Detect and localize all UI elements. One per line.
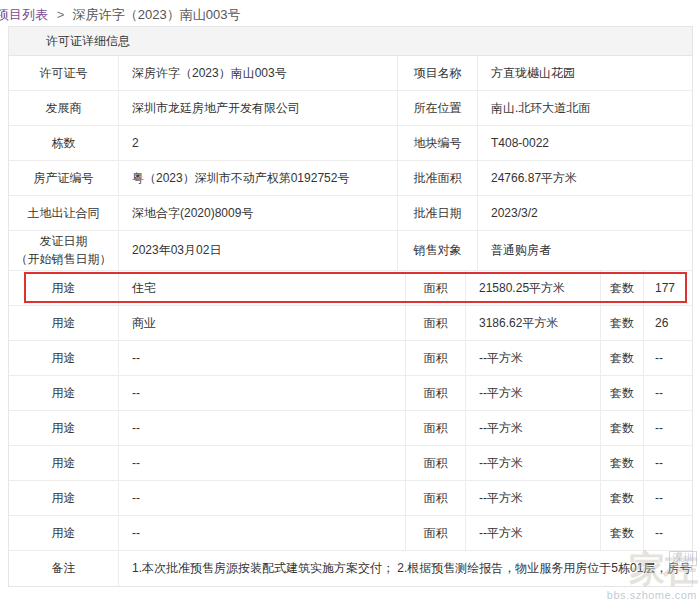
table-row-usage-empty: 用途 -- 面积 --平方米 套数 --: [9, 411, 692, 446]
units-value: --: [644, 516, 692, 550]
area-value: --平方米: [466, 376, 601, 410]
units-label: 套数: [601, 516, 644, 550]
usage-value: --: [119, 516, 406, 550]
breadcrumb-separator: >: [57, 7, 65, 22]
field-value: 粤（2023）深圳市不动产权第0192752号: [119, 161, 398, 195]
breadcrumb: 项目列表 > 深房许字（2023）南山003号: [0, 6, 240, 24]
table-row-usage-empty: 用途 -- 面积 --平方米 套数 --: [9, 446, 692, 481]
area-value: 21580.25平方米: [466, 271, 601, 305]
area-label: 面积: [406, 411, 466, 445]
permit-detail-panel: 许可证详细信息 许可证号 深房许字（2023）南山003号 项目名称 方直珑樾山…: [8, 26, 693, 587]
field-label: 栋数: [9, 126, 119, 160]
watermark-url: bbs.szhome.com: [585, 590, 697, 601]
usage-value: --: [119, 341, 406, 375]
field-label: 批准日期: [398, 196, 478, 230]
field-label: 土地出让合同: [9, 196, 119, 230]
area-label: 面积: [406, 446, 466, 480]
field-value: 深圳市龙廷房地产开发有限公司: [119, 91, 398, 125]
field-value: 普通购房者: [478, 231, 692, 270]
table-row-usage-residential: 用途 住宅 面积 21580.25平方米 套数 177: [9, 271, 692, 306]
table-row-usage-empty: 用途 -- 面积 --平方米 套数 --: [9, 481, 692, 516]
table-row-issue-date: 发证日期 （开始销售日期） 2023年03月02日 销售对象 普通购房者: [9, 231, 692, 271]
units-label: 套数: [601, 341, 644, 375]
area-value: --平方米: [466, 341, 601, 375]
units-value: --: [644, 446, 692, 480]
table-row-usage-empty: 用途 -- 面积 --平方米 套数 --: [9, 341, 692, 376]
area-value: --平方米: [466, 516, 601, 550]
field-label: 项目名称: [398, 56, 478, 90]
usage-value: 商业: [119, 306, 406, 340]
field-label: 用途: [9, 516, 119, 550]
units-label: 套数: [601, 376, 644, 410]
units-value: --: [644, 481, 692, 515]
usage-value: --: [119, 446, 406, 480]
field-label: 用途: [9, 271, 119, 305]
usage-value: --: [119, 376, 406, 410]
usage-value: --: [119, 411, 406, 445]
area-label: 面积: [406, 306, 466, 340]
table-row-usage-empty: 用途 -- 面积 --平方米 套数 --: [9, 376, 692, 411]
field-label: 用途: [9, 481, 119, 515]
area-value: --平方米: [466, 446, 601, 480]
field-value: 2: [119, 126, 398, 160]
table-row-remark: 备注 1.本次批准预售房源按装配式建筑实施方案交付； 2.根据预售测绘报告，物业…: [9, 551, 692, 586]
field-label: 地块编号: [398, 126, 478, 160]
field-value: 深房许字（2023）南山003号: [119, 56, 398, 90]
remark-text: 1.本次批准预售房源按装配式建筑实施方案交付； 2.根据预售测绘报告，物业服务用…: [119, 551, 692, 586]
field-label: 所在位置: [398, 91, 478, 125]
field-label: 发证日期 （开始销售日期）: [9, 231, 119, 270]
field-value: T408-0022: [478, 126, 692, 160]
breadcrumb-current-page: 深房许字（2023）南山003号: [73, 7, 241, 22]
field-label: 许可证号: [9, 56, 119, 90]
field-value: 2023年03月02日: [119, 231, 398, 270]
field-label: 备注: [9, 551, 119, 586]
panel-title: 许可证详细信息: [9, 27, 692, 56]
area-label: 面积: [406, 516, 466, 550]
usage-value: 住宅: [119, 271, 406, 305]
units-value: --: [644, 411, 692, 445]
field-label: 用途: [9, 446, 119, 480]
units-label: 套数: [601, 411, 644, 445]
area-label: 面积: [406, 376, 466, 410]
units-label: 套数: [601, 481, 644, 515]
units-label: 套数: [601, 306, 644, 340]
table-row-developer: 发展商 深圳市龙廷房地产开发有限公司 所在位置 南山.北环大道北面: [9, 91, 692, 126]
table-row-building-count: 栋数 2 地块编号 T408-0022: [9, 126, 692, 161]
field-value: 深地合字(2020)8009号: [119, 196, 398, 230]
field-label: 房产证编号: [9, 161, 119, 195]
field-label: 销售对象: [398, 231, 478, 270]
field-label-line1: 发证日期: [16, 233, 112, 250]
field-value: 2023/3/2: [478, 196, 692, 230]
area-value: 3186.62平方米: [466, 306, 601, 340]
field-label-line2: （开始销售日期）: [16, 251, 112, 268]
area-label: 面积: [406, 271, 466, 305]
field-label: 用途: [9, 376, 119, 410]
field-label: 用途: [9, 341, 119, 375]
units-label: 套数: [601, 446, 644, 480]
table-row-usage-commercial: 用途 商业 面积 3186.62平方米 套数 26: [9, 306, 692, 341]
field-label: 发展商: [9, 91, 119, 125]
table-row-permit-no: 许可证号 深房许字（2023）南山003号 项目名称 方直珑樾山花园: [9, 56, 692, 91]
area-label: 面积: [406, 481, 466, 515]
area-label: 面积: [406, 341, 466, 375]
breadcrumb-link-project-list[interactable]: 项目列表: [0, 7, 48, 22]
table-row-property-cert: 房产证编号 粤（2023）深圳市不动产权第0192752号 批准面积 24766…: [9, 161, 692, 196]
field-value: 24766.87平方米: [478, 161, 692, 195]
units-value: --: [644, 376, 692, 410]
units-value: 26: [644, 306, 692, 340]
field-label: 用途: [9, 306, 119, 340]
units-value: 177: [644, 271, 692, 305]
table-row-usage-empty: 用途 -- 面积 --平方米 套数 --: [9, 516, 692, 551]
area-value: --平方米: [466, 411, 601, 445]
table-row-land-contract: 土地出让合同 深地合字(2020)8009号 批准日期 2023/3/2: [9, 196, 692, 231]
field-value: 南山.北环大道北面: [478, 91, 692, 125]
units-label: 套数: [601, 271, 644, 305]
field-label: 批准面积: [398, 161, 478, 195]
field-value: 方直珑樾山花园: [478, 56, 692, 90]
units-value: --: [644, 341, 692, 375]
area-value: --平方米: [466, 481, 601, 515]
usage-value: --: [119, 481, 406, 515]
field-label: 用途: [9, 411, 119, 445]
